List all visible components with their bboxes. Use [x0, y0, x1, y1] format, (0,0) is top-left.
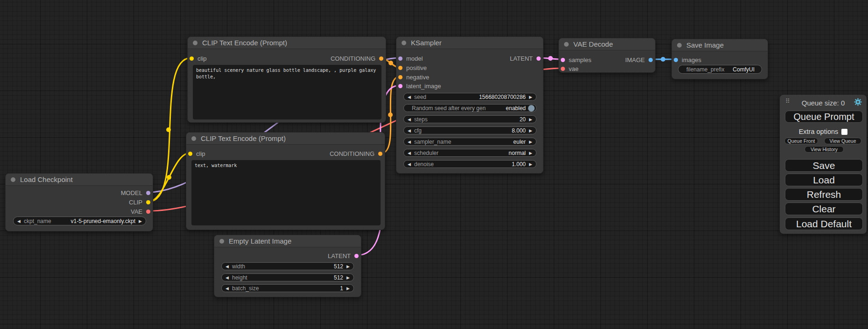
- left-arrow-icon[interactable]: ◀: [226, 264, 229, 268]
- node-titlebar[interactable]: KSampler: [396, 37, 543, 49]
- left-arrow-icon[interactable]: ◀: [408, 139, 411, 144]
- slot-dot-latent[interactable]: [561, 58, 565, 62]
- collapse-dot-icon[interactable]: [402, 41, 406, 45]
- input-slot-model[interactable]: model: [398, 54, 423, 63]
- right-arrow-icon[interactable]: ▶: [346, 275, 350, 280]
- collapse-dot-icon[interactable]: [219, 239, 224, 244]
- load-default-button[interactable]: Load Default: [785, 217, 863, 230]
- widget-batch-size[interactable]: ◀ batch_size 1 ▶: [221, 284, 354, 292]
- right-arrow-icon[interactable]: ▶: [529, 139, 532, 144]
- output-slot-clip[interactable]: CLIP: [129, 198, 150, 206]
- node-titlebar[interactable]: Empty Latent Image: [214, 235, 361, 247]
- queue-front-button[interactable]: Queue Front: [784, 138, 818, 144]
- toggle-knob-icon[interactable]: [528, 105, 535, 112]
- slot-dot-conditioning[interactable]: [398, 66, 402, 70]
- node-vae-decode[interactable]: VAE Decode samples vae IMAGE: [558, 38, 656, 73]
- node-load-checkpoint[interactable]: Load Checkpoint MODEL CLIP VAE ◀ ckpt_na…: [5, 173, 153, 231]
- slot-dot-conditioning[interactable]: [379, 56, 383, 61]
- node-graph-canvas[interactable]: Load Checkpoint MODEL CLIP VAE ◀ ckpt_na…: [0, 0, 868, 329]
- input-slot-clip[interactable]: clip: [190, 54, 207, 63]
- node-titlebar[interactable]: VAE Decode: [559, 38, 655, 50]
- right-arrow-icon[interactable]: ▶: [529, 117, 532, 121]
- collapse-dot-icon[interactable]: [677, 43, 682, 48]
- node-titlebar[interactable]: CLIP Text Encode (Prompt): [188, 37, 386, 49]
- load-button[interactable]: Load: [785, 174, 863, 186]
- collapse-dot-icon[interactable]: [193, 41, 198, 45]
- link-midpoint-dot[interactable]: [388, 112, 393, 117]
- slot-dot-conditioning[interactable]: [378, 152, 382, 156]
- left-arrow-icon[interactable]: ◀: [408, 128, 411, 133]
- right-arrow-icon[interactable]: ▶: [529, 94, 532, 99]
- prompt-textarea-positive[interactable]: beautiful scenery nature glass bottle la…: [193, 65, 381, 119]
- node-titlebar[interactable]: CLIP Text Encode (Prompt): [186, 133, 385, 145]
- left-arrow-icon[interactable]: ◀: [408, 150, 411, 155]
- output-slot-latent[interactable]: LATENT: [328, 252, 359, 260]
- slot-dot-latent[interactable]: [536, 56, 541, 61]
- output-slot-image[interactable]: IMAGE: [625, 56, 653, 64]
- left-arrow-icon[interactable]: ◀: [408, 94, 411, 99]
- slot-dot-model[interactable]: [146, 191, 150, 195]
- view-history-button[interactable]: View History: [804, 146, 844, 153]
- slot-dot-conditioning[interactable]: [398, 75, 402, 79]
- left-arrow-icon[interactable]: ◀: [226, 286, 229, 290]
- widget-seed[interactable]: ◀ seed 156680208700286 ▶: [403, 93, 536, 101]
- right-arrow-icon[interactable]: ▶: [529, 128, 532, 133]
- node-empty-latent-image[interactable]: Empty Latent Image LATENT ◀ width 512 ▶ …: [214, 235, 361, 297]
- node-ksampler[interactable]: KSampler model positive negative latent_…: [396, 36, 543, 174]
- widget-ckpt-name[interactable]: ◀ ckpt_name v1-5-pruned-emaonly.ckpt ▶: [13, 217, 146, 225]
- widget-denoise[interactable]: ◀ denoise 1.000 ▶: [403, 160, 536, 168]
- right-arrow-icon[interactable]: ▶: [529, 161, 532, 166]
- view-queue-button[interactable]: View Queue: [824, 138, 861, 144]
- widget-steps[interactable]: ◀ steps 20 ▶: [403, 115, 536, 123]
- queue-prompt-button[interactable]: Queue Prompt: [785, 111, 863, 123]
- right-arrow-icon[interactable]: ▶: [529, 150, 532, 155]
- widget-scheduler[interactable]: ◀ scheduler normal ▶: [403, 149, 536, 157]
- slot-dot-vae[interactable]: [146, 210, 150, 214]
- node-clip-text-encode-negative[interactable]: CLIP Text Encode (Prompt) clip CONDITION…: [186, 132, 385, 230]
- collapse-dot-icon[interactable]: [191, 136, 196, 141]
- input-slot-negative[interactable]: negative: [398, 73, 429, 81]
- slot-dot-vae[interactable]: [561, 67, 565, 71]
- link-midpoint-dot[interactable]: [661, 57, 665, 62]
- slot-dot-latent[interactable]: [398, 84, 402, 88]
- left-arrow-icon[interactable]: ◀: [226, 275, 229, 280]
- slot-dot-model[interactable]: [398, 56, 402, 61]
- output-slot-conditioning[interactable]: CONDITIONING: [331, 54, 383, 63]
- slot-dot-clip[interactable]: [188, 152, 192, 156]
- slot-dot-latent[interactable]: [354, 254, 359, 258]
- left-arrow-icon[interactable]: ◀: [17, 218, 21, 223]
- widget-random-seed-toggle[interactable]: Random seed after every gen enabled: [403, 104, 536, 112]
- widget-filename-prefix[interactable]: filename_prefix ComfyUI: [678, 65, 762, 74]
- left-arrow-icon[interactable]: ◀: [408, 161, 411, 166]
- output-slot-latent[interactable]: LATENT: [510, 54, 541, 63]
- clear-button[interactable]: Clear: [785, 203, 863, 215]
- save-button[interactable]: Save: [785, 159, 863, 172]
- widget-height[interactable]: ◀ height 512 ▶: [221, 273, 354, 281]
- refresh-button[interactable]: Refresh: [785, 188, 863, 201]
- slot-dot-clip[interactable]: [190, 56, 194, 61]
- link-midpoint-dot[interactable]: [167, 175, 171, 180]
- node-clip-text-encode-positive[interactable]: CLIP Text Encode (Prompt) clip CONDITION…: [187, 36, 386, 123]
- right-arrow-icon[interactable]: ▶: [346, 264, 350, 268]
- link-midpoint-dot[interactable]: [166, 127, 171, 132]
- extra-options-checkbox[interactable]: [841, 129, 847, 135]
- input-slot-clip[interactable]: clip: [188, 149, 205, 158]
- collapse-dot-icon[interactable]: [564, 42, 569, 47]
- widget-width[interactable]: ◀ width 512 ▶: [221, 262, 354, 270]
- input-slot-latent-image[interactable]: latent_image: [398, 82, 441, 90]
- prompt-textarea-negative[interactable]: text, watermark: [191, 160, 381, 225]
- link-midpoint-dot[interactable]: [548, 56, 553, 61]
- node-titlebar[interactable]: Save Image: [672, 39, 768, 51]
- slot-dot-image[interactable]: [674, 58, 678, 62]
- settings-gear-icon[interactable]: [854, 98, 862, 106]
- widget-sampler-name[interactable]: ◀ sampler_name euler ▶: [403, 138, 536, 146]
- widget-cfg[interactable]: ◀ cfg 8.000 ▶: [403, 126, 536, 134]
- slot-dot-image[interactable]: [649, 58, 653, 62]
- node-save-image[interactable]: Save Image images filename_prefix ComfyU…: [671, 39, 768, 79]
- input-slot-positive[interactable]: positive: [398, 63, 427, 72]
- output-slot-model[interactable]: MODEL: [121, 189, 150, 197]
- left-arrow-icon[interactable]: ◀: [408, 117, 411, 121]
- node-titlebar[interactable]: Load Checkpoint: [6, 174, 153, 186]
- collapse-dot-icon[interactable]: [11, 177, 15, 182]
- link-midpoint-dot[interactable]: [388, 61, 393, 65]
